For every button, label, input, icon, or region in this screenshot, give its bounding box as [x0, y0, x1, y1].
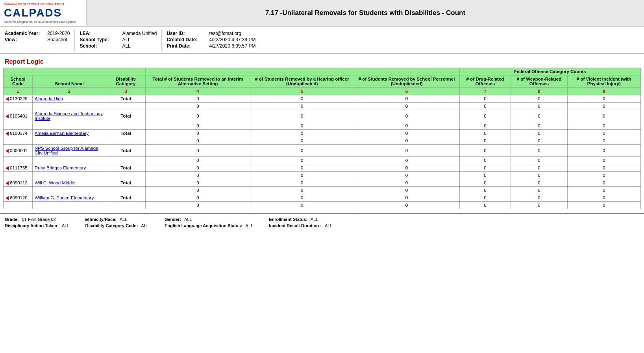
empty-cat-cell — [106, 137, 146, 145]
empty-cat-cell — [106, 202, 146, 209]
col8-sub-cell: 0 — [511, 187, 567, 194]
table-row: 6100374Amelia Earhart ElementaryTotal000… — [4, 130, 641, 137]
col6-cell: 0 — [354, 179, 459, 187]
col8-sub-cell: 0 — [511, 122, 567, 130]
col8-cell: 0 — [511, 95, 567, 103]
table-row: 6090112Will C. Wood MiddleTotal000000 — [4, 179, 641, 187]
chevron-icon — [6, 132, 9, 136]
col9-cell: 0 — [567, 179, 640, 187]
school-name-link[interactable]: Ruby Bridges Elementary — [35, 165, 86, 170]
school-name-link[interactable]: William G. Paden Elementary — [35, 195, 94, 200]
school-name-cell[interactable]: Ruby Bridges Elementary — [32, 164, 106, 172]
empty-name-cell — [32, 202, 106, 209]
school-name-cell[interactable]: William G. Paden Elementary — [32, 194, 106, 202]
incident-result-value: ALL — [325, 223, 333, 228]
gender-label: Gender: — [165, 217, 181, 222]
school-name-link[interactable]: Amelia Earhart Elementary — [35, 131, 89, 136]
col7-num: 7 — [459, 88, 511, 95]
col7-label: # of Drug-Related Offenses — [466, 77, 504, 86]
school-code-cell: 6090112 — [4, 179, 33, 187]
dept-label: California DEPARTMENT OF EDUCATION — [4, 2, 82, 6]
academic-year-label: Academic Year: — [5, 31, 44, 36]
school-value: ALL — [122, 43, 130, 49]
col8-cell: 0 — [511, 130, 567, 137]
created-date-value: 4/22/2020 4:37:39 PM — [209, 37, 255, 42]
col5-sub-cell: 0 — [250, 157, 354, 164]
col7-sub-cell: 0 — [459, 103, 511, 110]
school-name-cell[interactable]: NPS School Group for Alameda City Unifie… — [32, 145, 106, 157]
school-name-link[interactable]: NPS School Group for Alameda City Unifie… — [35, 146, 98, 155]
col4-sub-cell: 0 — [145, 187, 250, 194]
view-value: Snapshot — [47, 37, 67, 42]
col8-cell: 0 — [511, 110, 567, 122]
empty-code-cell — [4, 157, 33, 164]
data-table: Federal Offense Category Counts School C… — [3, 68, 641, 209]
col8-cell: 0 — [511, 194, 567, 202]
meta-col-3: User ID: test@fcmat.org Created Date: 4/… — [162, 29, 260, 51]
col7-cell: 0 — [459, 194, 511, 202]
col7-cell: 0 — [459, 110, 511, 122]
school-name-cell[interactable]: Will C. Wood Middle — [32, 179, 106, 187]
col4-cell: 0 — [145, 164, 250, 172]
table-sub-row: 000000 — [4, 122, 641, 130]
disability-cat-label: Disability Category Code: — [85, 223, 138, 228]
school-name-cell[interactable]: Alameda High — [32, 95, 106, 103]
category-cell: Total — [106, 95, 146, 103]
col7-cell: 0 — [459, 95, 511, 103]
created-date-label: Created Date: — [167, 37, 206, 42]
enrollment-value: ALL — [311, 217, 318, 222]
col1-label: School Code — [10, 77, 25, 86]
school-code-cell: 0000001 — [4, 145, 33, 157]
col4-sub-cell: 0 — [145, 157, 250, 164]
col5-label: # of Students Removed by a Hearing offic… — [255, 77, 349, 86]
col4-label: Total # of Students Removed to an Interi… — [153, 77, 243, 86]
page-header: California DEPARTMENT OF EDUCATION CALPA… — [0, 0, 644, 27]
school-name-cell[interactable]: Amelia Earhart Elementary — [32, 130, 106, 137]
calpads-logo-text: CALPADS — [4, 7, 76, 19]
table-row: 0111765Ruby Bridges ElementaryTotal00000… — [4, 164, 641, 172]
col5-sub-cell: 0 — [250, 122, 354, 130]
category-cell: Total — [106, 194, 146, 202]
col5-header: # of Students Removed by a Hearing offic… — [250, 75, 354, 88]
empty-code-cell — [4, 202, 33, 209]
col4-cell: 0 — [145, 194, 250, 202]
col7-sub-cell: 0 — [459, 172, 511, 179]
col2-num: 2 — [32, 88, 106, 95]
disciplinary-label: Disciplinary Action Taken: — [5, 223, 59, 228]
english-lang-value: ALL — [246, 223, 254, 228]
col9-sub-cell: 0 — [567, 202, 640, 209]
col8-cell: 0 — [511, 179, 567, 187]
user-id-label: User ID: — [167, 31, 206, 36]
grade-label: Grade: — [5, 217, 19, 222]
col7-sub-cell: 0 — [459, 157, 511, 164]
empty-code-cell — [4, 137, 33, 145]
col4-sub-cell: 0 — [145, 103, 250, 110]
school-name-link[interactable]: Will C. Wood Middle — [35, 180, 75, 185]
table-sub-row: 000000 — [4, 187, 641, 194]
chevron-icon — [6, 166, 9, 170]
col2-header: School Name — [32, 75, 106, 88]
col6-sub-cell: 0 — [354, 202, 459, 209]
col6-cell: 0 — [354, 145, 459, 157]
empty-code-cell — [4, 103, 33, 110]
col9-header: # of Violent Incident (with Physical Inj… — [567, 75, 640, 88]
school-name-cell[interactable]: Alameda Science and Technology Institute — [32, 110, 106, 122]
col9-cell: 0 — [567, 130, 640, 137]
school-code-cell: 0111765 — [4, 164, 33, 172]
col7-sub-cell: 0 — [459, 187, 511, 194]
ethnicity-label: Ethnicity/Race: — [85, 217, 117, 222]
school-name-link[interactable]: Alameda Science and Technology Institute — [35, 111, 103, 121]
school-name-link[interactable]: Alameda High — [35, 96, 63, 101]
view-label: View: — [5, 37, 44, 42]
col6-cell: 0 — [354, 130, 459, 137]
col4-cell: 0 — [145, 145, 250, 157]
school-type-value: ALL — [122, 37, 130, 42]
col7-cell: 0 — [459, 145, 511, 157]
report-logic-heading: Report Logic — [0, 54, 644, 68]
empty-cat-cell — [106, 187, 146, 194]
empty-name-cell — [32, 187, 106, 194]
footer-col-grade: Grade: 01-First Grade,02- Disciplinary A… — [5, 217, 70, 228]
col9-sub-cell: 0 — [567, 157, 640, 164]
user-id-value: test@fcmat.org — [209, 31, 241, 36]
empty-name-cell — [32, 172, 106, 179]
